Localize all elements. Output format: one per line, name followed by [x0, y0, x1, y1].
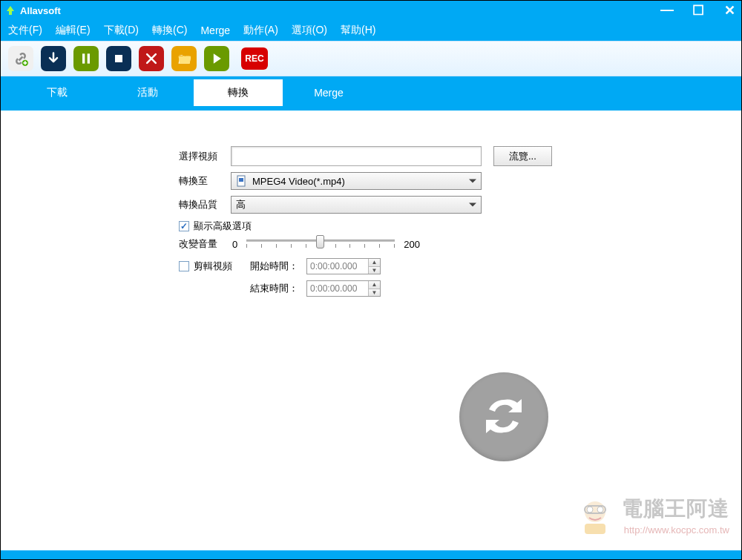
app-logo-icon [5, 5, 16, 16]
spin-up-icon[interactable]: ▲ [369, 281, 380, 289]
menu-file[interactable]: 文件(F) [8, 24, 42, 37]
spin-down-icon[interactable]: ▼ [369, 289, 380, 297]
menu-edit[interactable]: 編輯(E) [56, 24, 91, 37]
convert-to-label: 轉換至 [179, 174, 231, 188]
convert-to-value: MPEG4 Video(*.mp4) [252, 176, 345, 187]
svg-rect-5 [239, 178, 243, 182]
select-video-input[interactable] [231, 146, 482, 166]
video-file-icon [236, 175, 248, 187]
svg-point-8 [587, 507, 593, 513]
maximize-button[interactable]: ☐ [691, 2, 706, 19]
trim-video-checkbox[interactable] [179, 261, 189, 271]
menu-merge[interactable]: Merge [200, 24, 230, 36]
tab-activity[interactable]: 活動 [103, 79, 192, 106]
tab-merge[interactable]: Merge [284, 79, 373, 106]
status-bar [1, 550, 741, 559]
volume-min: 0 [232, 239, 237, 250]
record-button[interactable]: REC [241, 47, 268, 70]
spin-down-icon[interactable]: ▼ [369, 267, 380, 274]
show-advanced-label: 顯示高級選項 [194, 220, 252, 233]
tab-convert[interactable]: 轉換 [194, 79, 283, 106]
tab-row: 下載 活動 轉換 Merge [1, 76, 741, 111]
select-video-label: 選擇視頻 [179, 150, 231, 163]
svg-rect-10 [585, 524, 605, 534]
end-time-input[interactable]: 0:00:00.000 ▲▼ [306, 280, 381, 297]
quality-combo[interactable]: 高 [231, 196, 482, 214]
svg-rect-3 [115, 55, 122, 62]
menu-help[interactable]: 幫助(H) [341, 24, 375, 37]
quality-label: 轉換品質 [179, 198, 231, 211]
play-button[interactable] [204, 46, 229, 71]
refresh-icon [482, 394, 526, 441]
convert-action-button[interactable] [459, 372, 548, 461]
toolbar: REC [1, 41, 741, 76]
close-button[interactable]: ✕ [722, 2, 737, 19]
pause-button[interactable] [73, 46, 99, 71]
content-panel: 選擇視頻 流覽... 轉換至 MPEG4 Video(*.mp4) 轉換品質 高 [1, 111, 741, 550]
title-bar: Allavsoft — ☐ ✕ [1, 1, 741, 20]
caret-down-icon [469, 203, 476, 207]
minimize-button[interactable]: — [660, 2, 674, 19]
start-time-input[interactable]: 0:00:00.000 ▲▼ [306, 258, 381, 274]
quality-value: 高 [236, 198, 246, 211]
watermark-text: 電腦王阿達 [622, 497, 729, 520]
spin-up-icon[interactable]: ▲ [369, 259, 380, 267]
trim-video-label: 剪輯視頻 [194, 260, 232, 273]
menu-convert[interactable]: 轉換(C) [152, 24, 187, 37]
record-label: REC [245, 53, 263, 64]
slider-thumb[interactable] [316, 235, 324, 248]
volume-max: 200 [404, 239, 420, 250]
start-time-value: 0:00:00.000 [307, 259, 368, 274]
download-button[interactable] [41, 46, 66, 71]
menu-download[interactable]: 下載(D) [104, 24, 139, 37]
watermark-face-icon [574, 494, 616, 536]
end-time-label: 結束時間： [250, 282, 306, 295]
menu-bar: 文件(F) 編輯(E) 下載(D) 轉換(C) Merge 動作(A) 選項(O… [1, 20, 741, 41]
browse-button[interactable]: 流覽... [493, 146, 552, 166]
stop-button[interactable] [106, 46, 131, 71]
app-title: Allavsoft [20, 5, 660, 16]
volume-label: 改變音量 [179, 237, 223, 251]
delete-button[interactable] [139, 46, 164, 71]
start-time-label: 開始時間： [250, 260, 306, 273]
open-folder-button[interactable] [171, 46, 197, 71]
paste-url-button[interactable] [8, 46, 33, 71]
volume-slider[interactable] [246, 237, 395, 251]
show-advanced-checkbox[interactable] [179, 221, 189, 231]
svg-rect-1 [82, 53, 85, 63]
menu-options[interactable]: 選項(O) [292, 24, 327, 37]
watermark-url: http://www.kocpc.com.tw [622, 524, 729, 536]
tab-download[interactable]: 下載 [13, 79, 102, 106]
menu-action[interactable]: 動作(A) [243, 24, 278, 37]
end-time-value: 0:00:00.000 [307, 281, 368, 296]
convert-to-combo[interactable]: MPEG4 Video(*.mp4) [231, 172, 482, 190]
svg-rect-2 [88, 53, 90, 63]
caret-down-icon [469, 179, 476, 183]
svg-point-9 [597, 507, 603, 513]
watermark: 電腦王阿達 http://www.kocpc.com.tw [574, 494, 729, 536]
